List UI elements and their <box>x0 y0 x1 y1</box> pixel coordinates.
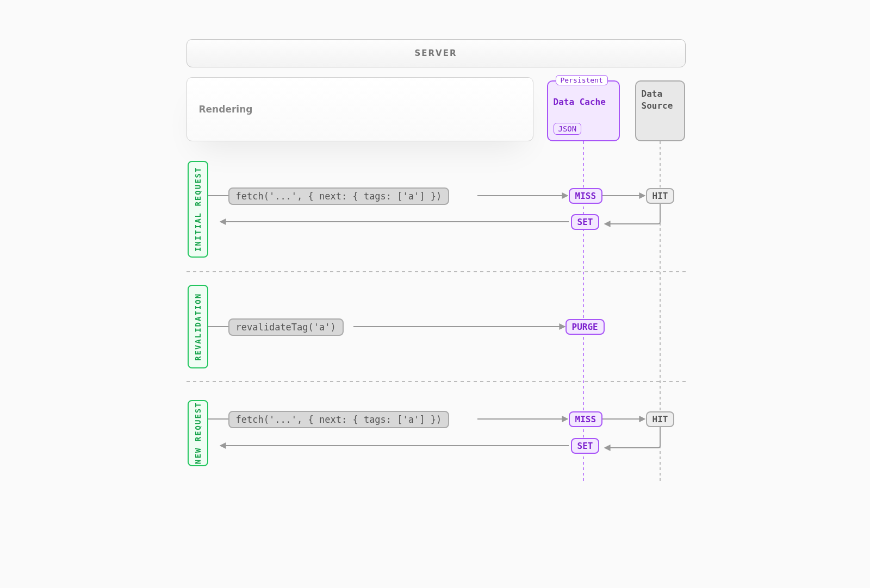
server-header: SERVER <box>187 39 686 67</box>
phase-label-revalidation: REVALIDATION <box>188 285 208 368</box>
data-source-label: Data Source <box>642 89 673 111</box>
data-source-column: Data Source <box>635 80 685 141</box>
badge-hit-initial: HIT <box>646 188 675 204</box>
badge-miss-initial: MISS <box>569 188 603 204</box>
server-label: SERVER <box>414 48 457 58</box>
code-fetch-new: fetch('...', { next: { tags: ['a'] }) <box>228 411 450 428</box>
code-fetch-initial: fetch('...', { next: { tags: ['a'] }) <box>228 187 450 205</box>
badge-hit-new: HIT <box>646 411 675 427</box>
badge-purge: PURGE <box>566 319 605 335</box>
badge-set-initial: SET <box>571 214 600 230</box>
rendering-column: Rendering <box>187 77 533 141</box>
badge-set-new: SET <box>571 438 600 454</box>
phase-label-initial-request: INITIAL REQUEST <box>188 161 208 258</box>
rendering-label: Rendering <box>199 104 253 115</box>
badge-miss-new: MISS <box>569 411 603 427</box>
persistent-badge: Persistent <box>556 75 608 85</box>
phase-label-new-request: NEW REQUEST <box>188 400 208 466</box>
json-badge: JSON <box>554 123 582 135</box>
code-revalidate-tag: revalidateTag('a') <box>228 318 344 336</box>
data-cache-title: Data Cache <box>554 97 613 107</box>
data-cache-column: Persistent Data Cache JSON <box>547 80 620 141</box>
